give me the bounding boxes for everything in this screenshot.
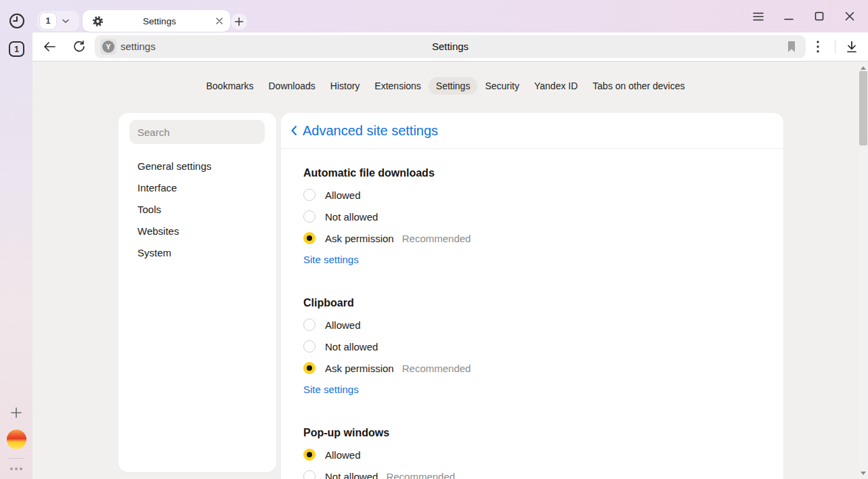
settings-sidebar-panel: General settingsInterfaceToolsWebsitesSy… xyxy=(118,113,276,472)
radio-option-not-allowed[interactable]: Not allowed xyxy=(303,336,761,357)
radio-selected-icon[interactable] xyxy=(303,449,316,461)
scrollbar-up-arrow[interactable] xyxy=(861,66,866,70)
yandex-favicon-icon: Y xyxy=(102,41,114,53)
settings-nav: BookmarksDownloadsHistoryExtensionsSetti… xyxy=(32,77,859,95)
radio-label: Allowed xyxy=(325,319,361,331)
back-button[interactable] xyxy=(40,37,59,56)
nav-tab-tabs-on-other-devices[interactable]: Tabs on other devices xyxy=(585,77,692,95)
recommended-badge: Recommended xyxy=(402,233,471,244)
sidebar-item-websites[interactable]: Websites xyxy=(118,221,276,242)
radio-option-allowed[interactable]: Allowed xyxy=(303,184,761,206)
radio-unselected-icon[interactable] xyxy=(303,470,316,479)
advanced-site-settings-header[interactable]: Advanced site settings xyxy=(281,113,783,149)
radio-label: Not allowed xyxy=(325,471,378,479)
address-page-title: Settings xyxy=(432,35,469,58)
nav-tab-downloads[interactable]: Downloads xyxy=(261,77,323,95)
radio-unselected-icon[interactable] xyxy=(303,319,316,331)
search-input[interactable] xyxy=(129,120,265,144)
settings-menu-list: General settingsInterfaceToolsWebsitesSy… xyxy=(118,156,276,264)
chevron-down-icon[interactable] xyxy=(62,18,70,24)
tab-title: Settings xyxy=(104,16,215,26)
radio-selected-icon[interactable] xyxy=(303,232,316,244)
site-settings-link[interactable]: Site settings xyxy=(303,252,359,268)
radio-selected-icon[interactable] xyxy=(303,362,316,374)
tab-close-icon[interactable] xyxy=(215,17,223,25)
settings-main-panel: Advanced site settings Automatic file do… xyxy=(281,113,783,479)
page-content: BookmarksDownloadsHistoryExtensionsSetti… xyxy=(32,61,868,479)
radio-option-ask-permission[interactable]: Ask permissionRecommended xyxy=(303,357,761,379)
site-favicon-badge: Y xyxy=(100,39,116,55)
kebab-menu-icon[interactable] xyxy=(808,37,827,56)
nav-tab-extensions[interactable]: Extensions xyxy=(367,77,428,95)
reload-button[interactable] xyxy=(70,37,89,56)
page-scrollbar[interactable] xyxy=(859,62,868,479)
window-controls xyxy=(748,5,860,27)
rail-divider xyxy=(9,458,24,459)
site-settings-link[interactable]: Site settings xyxy=(303,382,359,398)
radio-option-not-allowed[interactable]: Not allowed xyxy=(303,206,761,227)
radio-label: Allowed xyxy=(325,449,361,461)
rail-plus-icon[interactable] xyxy=(8,405,24,421)
rail-tab-count-button[interactable]: 1 xyxy=(9,41,24,57)
sidebar-item-general-settings[interactable]: General settings xyxy=(118,156,276,177)
menu-hamburger-icon[interactable] xyxy=(748,6,768,26)
sidebar-rail: 1 xyxy=(0,32,32,479)
radio-label: Not allowed xyxy=(325,341,378,352)
maximize-button[interactable] xyxy=(809,6,829,26)
radio-option-ask-permission[interactable]: Ask permissionRecommended xyxy=(303,227,761,249)
more-options-icon[interactable] xyxy=(8,467,24,470)
radio-option-allowed[interactable]: Allowed xyxy=(303,444,761,465)
toolbar-separator xyxy=(835,40,836,53)
settings-sections: Automatic file downloadsAllowedNot allow… xyxy=(281,168,783,479)
sidebar-item-system[interactable]: System xyxy=(118,242,276,264)
radio-label: Not allowed xyxy=(325,211,378,223)
recommended-badge: Recommended xyxy=(402,363,471,374)
nav-tab-yandex-id[interactable]: Yandex ID xyxy=(527,77,585,95)
titlebar: 1 Settings xyxy=(0,0,868,32)
radio-unselected-icon[interactable] xyxy=(303,210,316,223)
radio-option-not-allowed[interactable]: Not allowedRecommended xyxy=(303,465,761,479)
gear-icon xyxy=(92,16,104,27)
nav-tab-security[interactable]: Security xyxy=(477,77,527,95)
radio-unselected-icon[interactable] xyxy=(303,189,316,201)
back-chevron-icon[interactable] xyxy=(290,125,297,136)
section-pop-up-windows: Pop-up windowsAllowedNot allowedRecommen… xyxy=(303,428,761,479)
address-bar[interactable]: Y settings Settings xyxy=(95,35,806,58)
sidebar-item-tools[interactable]: Tools xyxy=(118,199,276,221)
minimize-button[interactable] xyxy=(779,6,799,26)
nav-tab-settings[interactable]: Settings xyxy=(429,77,478,95)
radio-option-allowed[interactable]: Allowed xyxy=(303,314,761,336)
section-automatic-file-downloads: Automatic file downloadsAllowedNot allow… xyxy=(303,168,761,268)
tab-counter-pill[interactable]: 1 xyxy=(37,11,79,31)
nav-tab-bookmarks[interactable]: Bookmarks xyxy=(198,77,261,95)
new-tab-button[interactable] xyxy=(231,14,247,30)
section-title: Pop-up windows xyxy=(303,428,761,438)
history-clock-icon[interactable] xyxy=(7,12,26,30)
browser-tab-settings[interactable]: Settings xyxy=(83,10,230,32)
scrollbar-down-arrow[interactable] xyxy=(861,472,866,475)
radio-label: Ask permission xyxy=(325,233,394,244)
yandex-browser-logo-icon[interactable] xyxy=(7,430,26,449)
radio-unselected-icon[interactable] xyxy=(303,340,316,352)
browser-window: 1 Settings xyxy=(0,0,868,479)
downloads-icon[interactable] xyxy=(842,37,861,56)
address-url[interactable]: settings xyxy=(121,35,156,58)
bookmark-icon[interactable] xyxy=(784,39,799,54)
section-title: Clipboard xyxy=(303,298,761,309)
section-title: Automatic file downloads xyxy=(303,168,761,179)
radio-label: Allowed xyxy=(325,189,361,201)
page-title[interactable]: Advanced site settings xyxy=(303,123,438,139)
toolbar: Y settings Settings xyxy=(32,32,868,61)
section-clipboard: ClipboardAllowedNot allowedAsk permissio… xyxy=(303,298,761,398)
nav-tab-history[interactable]: History xyxy=(323,77,368,95)
scrollbar-thumb[interactable] xyxy=(859,71,867,145)
recommended-badge: Recommended xyxy=(386,471,455,479)
sidebar-item-interface[interactable]: Interface xyxy=(118,177,276,199)
radio-label: Ask permission xyxy=(325,363,394,374)
close-button[interactable] xyxy=(840,6,860,26)
tab-counter-badge[interactable]: 1 xyxy=(40,13,56,29)
